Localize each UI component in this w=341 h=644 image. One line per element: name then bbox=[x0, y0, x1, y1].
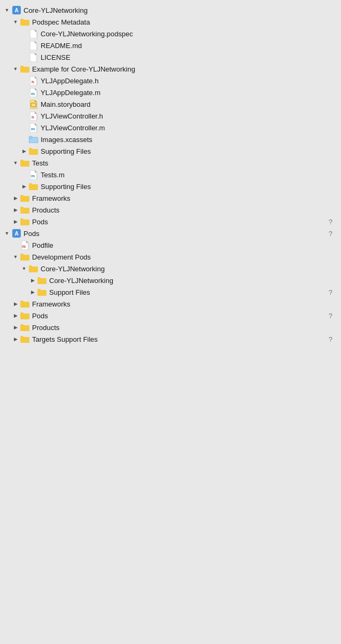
tree-item-label: Frameworks bbox=[32, 300, 71, 308]
disclosure-icon[interactable] bbox=[12, 253, 19, 261]
tree-item-label: Products bbox=[32, 324, 59, 332]
disclosure-icon[interactable] bbox=[3, 6, 11, 14]
badge-question: ? bbox=[329, 218, 337, 226]
tree-item-podfile[interactable]: rb Podfile bbox=[0, 239, 341, 251]
disclosure-icon[interactable] bbox=[12, 241, 19, 249]
folder-icon bbox=[20, 17, 30, 27]
folder-icon bbox=[20, 299, 30, 309]
tree-item-label: YLJViewController.m bbox=[41, 124, 105, 132]
tree-item-appdelegate-m[interactable]: m YLJAppDelegate.m bbox=[0, 87, 341, 98]
disclosure-icon[interactable] bbox=[12, 335, 19, 343]
svg-rect-14 bbox=[20, 160, 24, 162]
tree-item-label: Core-YLJNetworking.podspec bbox=[41, 30, 133, 38]
tree-item-core-ylj-2[interactable]: Core-YLJNetworking bbox=[0, 274, 341, 286]
rb-file-icon: rb bbox=[20, 240, 30, 250]
tree-item-products-1[interactable]: Products bbox=[0, 204, 341, 216]
folder-icon bbox=[20, 193, 30, 203]
svg-rect-28 bbox=[29, 265, 32, 268]
m-file-icon: m bbox=[29, 123, 38, 132]
tree-item-dev-pods[interactable]: Development Pods bbox=[0, 251, 341, 263]
disclosure-icon[interactable] bbox=[20, 77, 28, 84]
folder-icon bbox=[20, 158, 30, 168]
disclosure-icon[interactable] bbox=[20, 124, 28, 131]
svg-text:h: h bbox=[32, 115, 34, 120]
tree-item-label: YLJAppDelegate.h bbox=[41, 77, 98, 85]
disclosure-icon[interactable] bbox=[29, 277, 36, 284]
svg-rect-40 bbox=[20, 336, 24, 338]
xcassets-icon bbox=[29, 135, 38, 144]
tree-item-label: Main.storyboard bbox=[41, 100, 90, 108]
folder-icon bbox=[20, 205, 30, 215]
tree-item-supporting-files-2[interactable]: Supporting Files bbox=[0, 180, 341, 192]
tree-item-supporting-files-1[interactable]: Supporting Files bbox=[0, 145, 341, 157]
disclosure-icon[interactable] bbox=[12, 324, 19, 331]
m-file-icon: m bbox=[29, 170, 38, 179]
tree-item-viewcontroller-h[interactable]: h YLJViewController.h bbox=[0, 110, 341, 122]
tree-item-xcassets[interactable]: Images.xcassets bbox=[0, 133, 341, 145]
tree-item-label: Pods bbox=[32, 312, 48, 320]
disclosure-icon[interactable] bbox=[12, 218, 19, 225]
tree-item-example[interactable]: Example for Core-YLJNetworking bbox=[0, 63, 341, 75]
tree-item-label: Core-YLJNetworking bbox=[41, 265, 105, 273]
tree-item-support-files[interactable]: Support Files? bbox=[0, 286, 341, 298]
disclosure-icon[interactable] bbox=[12, 65, 19, 73]
tree-item-root[interactable]: Core-YLJNetworking bbox=[0, 4, 341, 16]
svg-rect-36 bbox=[20, 312, 24, 315]
disclosure-icon[interactable] bbox=[12, 18, 19, 26]
disclosure-icon[interactable] bbox=[20, 171, 28, 178]
disclosure-icon[interactable] bbox=[20, 89, 28, 96]
disclosure-icon[interactable] bbox=[29, 288, 36, 296]
svg-rect-1 bbox=[20, 19, 24, 21]
svg-rect-17 bbox=[29, 183, 32, 185]
disclosure-icon[interactable] bbox=[12, 312, 19, 319]
tree-item-podspec-meta[interactable]: Podspec Metadata bbox=[0, 16, 341, 28]
folder-icon bbox=[20, 217, 30, 226]
tree-item-podspec-file[interactable]: Core-YLJNetworking.podspec bbox=[0, 28, 341, 40]
tree-item-license[interactable]: LICENSE bbox=[0, 51, 341, 63]
tree-item-products-2[interactable]: Products bbox=[0, 321, 341, 333]
disclosure-icon[interactable] bbox=[20, 112, 28, 120]
disclosure-icon[interactable] bbox=[20, 30, 28, 37]
tree-item-tests-m[interactable]: m Tests.m bbox=[0, 169, 341, 180]
tree-item-label: Tests bbox=[32, 159, 48, 167]
folder-icon bbox=[29, 146, 38, 156]
tree-item-viewcontroller-m[interactable]: m YLJViewController.m bbox=[0, 122, 341, 133]
tree-item-pods-1[interactable]: Pods? bbox=[0, 216, 341, 227]
tree-item-pods-root[interactable]: Pods? bbox=[0, 227, 341, 239]
tree-item-frameworks-1[interactable]: Frameworks bbox=[0, 192, 341, 204]
file-icon bbox=[29, 52, 38, 62]
disclosure-icon[interactable] bbox=[20, 183, 28, 190]
tree-item-label: Core-YLJNetworking bbox=[24, 6, 88, 14]
tree-item-frameworks-2[interactable]: Frameworks bbox=[0, 298, 341, 310]
disclosure-icon[interactable] bbox=[12, 159, 19, 167]
tree-item-label: Podspec Metadata bbox=[32, 18, 90, 26]
svg-rect-21 bbox=[20, 207, 24, 209]
disclosure-icon[interactable] bbox=[12, 194, 19, 202]
tree-item-tests[interactable]: Tests bbox=[0, 157, 341, 169]
disclosure-icon[interactable] bbox=[20, 136, 28, 143]
tree-item-readme[interactable]: README.md bbox=[0, 40, 341, 51]
folder-icon bbox=[37, 287, 47, 297]
tree-item-targets-support[interactable]: Targets Support Files? bbox=[0, 333, 341, 345]
disclosure-icon[interactable] bbox=[12, 206, 19, 214]
disclosure-icon[interactable] bbox=[20, 100, 28, 108]
disclosure-icon[interactable] bbox=[20, 265, 28, 272]
svg-text:rb: rb bbox=[22, 245, 26, 248]
svg-text:m: m bbox=[31, 91, 35, 96]
m-file-icon: m bbox=[29, 88, 38, 97]
tree-item-appdelegate-h[interactable]: h YLJAppDelegate.h bbox=[0, 75, 341, 87]
tree-item-main-storyboard[interactable]: Main.storyboard bbox=[0, 98, 341, 110]
folder-icon bbox=[37, 276, 47, 285]
disclosure-icon[interactable] bbox=[12, 300, 19, 308]
disclosure-icon[interactable] bbox=[3, 230, 11, 237]
tree-item-core-ylj-1[interactable]: Core-YLJNetworking bbox=[0, 263, 341, 274]
svg-rect-26 bbox=[20, 254, 24, 256]
disclosure-icon[interactable] bbox=[20, 53, 28, 61]
folder-icon bbox=[29, 264, 38, 273]
tree-item-pods-2[interactable]: Pods? bbox=[0, 310, 341, 321]
folder-icon bbox=[20, 64, 30, 74]
disclosure-icon[interactable] bbox=[20, 147, 28, 155]
tree-item-label: LICENSE bbox=[41, 53, 71, 61]
disclosure-icon[interactable] bbox=[20, 42, 28, 49]
badge-question: ? bbox=[329, 288, 337, 296]
